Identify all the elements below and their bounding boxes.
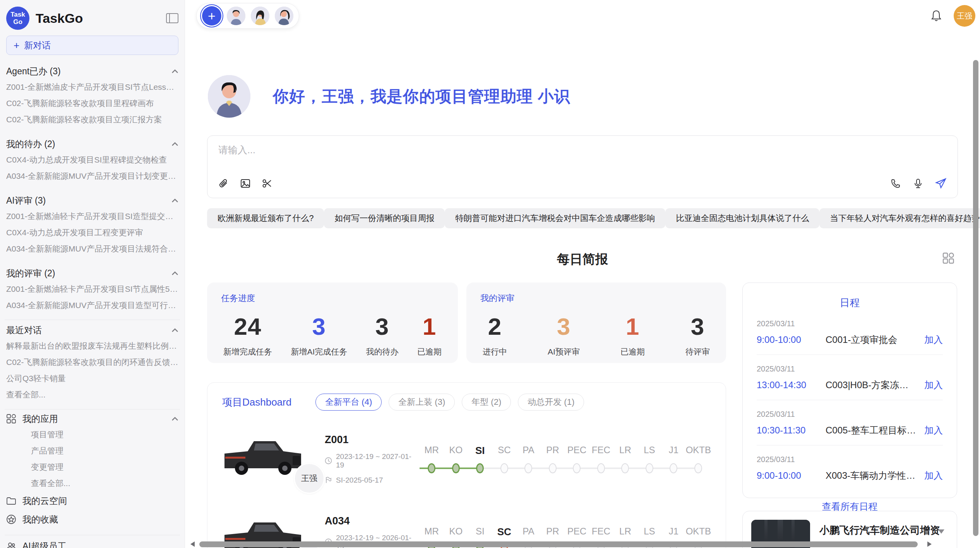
sidebar-item-ai-super-staff[interactable]: AI超级员工 bbox=[6, 537, 178, 548]
schedule-item: 2025/03/11 9:00-10:00 C001-立项审批会 加入 bbox=[757, 319, 943, 355]
schedule-date: 2025/03/11 bbox=[757, 455, 943, 464]
milestone-label: PA bbox=[516, 445, 541, 458]
join-link[interactable]: 加入 bbox=[924, 334, 943, 346]
milestone-dot-track bbox=[686, 462, 711, 475]
group-label: 我的应用 bbox=[22, 413, 58, 425]
filter-new-body[interactable]: 全新上装 (3) bbox=[389, 394, 455, 411]
project-car-image: 王强 bbox=[222, 435, 321, 483]
view-all-apps[interactable]: 查看全部... bbox=[6, 475, 178, 491]
app-item-change-mgmt[interactable]: 变更管理 bbox=[6, 459, 178, 475]
chat-input[interactable] bbox=[218, 144, 947, 156]
sidebar-item[interactable]: A034-全新新能源MUV产品开发项目造型可行性评审 bbox=[6, 297, 178, 313]
folder-icon bbox=[6, 496, 16, 506]
input-toolbar bbox=[218, 178, 947, 189]
stat-pending-review: 3 待评审 bbox=[685, 313, 710, 357]
suggestion-chip[interactable]: 特朗普可能对进口汽车增税会对中国车企造成哪些影响 bbox=[445, 208, 665, 228]
stat-label: 新增完成任务 bbox=[223, 346, 272, 357]
milestone-label: PR bbox=[541, 526, 565, 539]
logo-text-1: Task bbox=[10, 11, 25, 18]
group-recent-chats[interactable]: 最近对话 bbox=[6, 322, 178, 338]
view-all-chats[interactable]: 查看全部... bbox=[6, 387, 178, 403]
chevron-up-icon bbox=[171, 69, 178, 74]
group-my-todo[interactable]: 我的待办 (2) bbox=[6, 136, 178, 152]
suggestion-chip[interactable]: 如何写一份清晰的项目周报 bbox=[324, 208, 445, 228]
filter-powertrain[interactable]: 动总开发 (1) bbox=[518, 394, 584, 411]
stat-new-ai-done: 3 新增AI完成任务 bbox=[291, 313, 347, 357]
layout-grid-icon[interactable] bbox=[942, 252, 955, 265]
app-logo: Task Go bbox=[6, 7, 29, 30]
sidebar-item[interactable]: Z001-全新燃油皮卡产品开发项目SI节点Lesson Learn报告 bbox=[6, 79, 178, 95]
sidebar-item[interactable]: C02-飞腾新能源轻客改款项目立项汇报方案 bbox=[6, 111, 178, 128]
sidebar-item[interactable]: 公司Q3轻卡销量 bbox=[6, 370, 178, 387]
sidebar-collapse-icon[interactable] bbox=[166, 13, 178, 23]
suggestion-chip[interactable]: 当下年轻人对汽车外观有怎样的喜好趋势 bbox=[819, 208, 980, 228]
milestone-label: LR bbox=[613, 526, 637, 539]
project-code: Z001 bbox=[325, 434, 420, 446]
sidebar-item-favorites[interactable]: 我的收藏 bbox=[6, 510, 178, 529]
milestone-track: MRKOSISCPAPRPECFECLRLSJ1OKTB bbox=[420, 443, 711, 475]
project-code: A034 bbox=[325, 515, 420, 527]
milestone-dot bbox=[524, 463, 532, 473]
agent-avatar-1[interactable] bbox=[227, 7, 245, 25]
app-item-product-mgmt[interactable]: 产品管理 bbox=[6, 443, 178, 459]
app-item-project-mgmt[interactable]: 项目管理 bbox=[6, 426, 178, 443]
phone-icon[interactable] bbox=[890, 178, 901, 189]
schedule-time: 13:00-14:30 bbox=[757, 380, 826, 390]
topbar: + bbox=[196, 2, 975, 29]
clock-icon bbox=[325, 457, 332, 464]
logo-text-2: Go bbox=[13, 18, 22, 26]
stat-value: 3 bbox=[548, 313, 580, 340]
horizontal-scrollbar[interactable] bbox=[199, 541, 918, 547]
attachment-icon[interactable] bbox=[218, 178, 229, 189]
image-icon[interactable] bbox=[240, 178, 251, 189]
stat-label: 已逾期 bbox=[417, 346, 442, 357]
taskgo-app: Task Go TaskGo + 新对话 Agent已办 (3) Z001-全新… bbox=[0, 0, 980, 548]
schedule-time: 9:00-10:00 bbox=[757, 470, 826, 481]
sidebar-item[interactable]: Z001-全新燃油轻卡产品开发项目SI造型提交物评审 bbox=[6, 208, 178, 224]
schedule-title: 日程 bbox=[757, 296, 943, 310]
sidebar-item[interactable]: C02-飞腾新能源轻客改款项目的闭环通告反馈情况 bbox=[6, 354, 178, 370]
sidebar-item[interactable]: C0X4-动力总成开发项目SI里程碑提交物检查 bbox=[6, 152, 178, 168]
join-link[interactable]: 加入 bbox=[924, 469, 943, 482]
hscroll-right-arrow[interactable] bbox=[927, 541, 932, 547]
milestone-label: SI bbox=[468, 445, 492, 458]
sidebar-item[interactable]: A034-全新新能源MUV产品开发项目计划变更表编写 bbox=[6, 168, 178, 184]
daily-briefing-header: 每日简报 bbox=[207, 251, 958, 268]
group-my-apps[interactable]: 我的应用 bbox=[6, 411, 178, 426]
agent-avatar-3[interactable] bbox=[275, 7, 293, 25]
new-chat-button[interactable]: + 新对话 bbox=[6, 36, 178, 55]
group-agent-done[interactable]: Agent已办 (3) bbox=[6, 63, 178, 79]
sidebar-item[interactable]: A034-全新新能源MUV产品开发项目法规符合性评审 bbox=[6, 241, 178, 257]
notification-bell-icon[interactable] bbox=[930, 10, 942, 22]
stat-ai-prereview: 3 AI预评审 bbox=[548, 313, 580, 357]
milestone-label: MR bbox=[420, 526, 444, 539]
user-avatar[interactable]: 王强 bbox=[954, 5, 975, 27]
join-link[interactable]: 加入 bbox=[924, 379, 943, 391]
group-my-review[interactable]: 我的评审 (2) bbox=[6, 265, 178, 281]
vscroll-down-arrow[interactable] bbox=[938, 529, 944, 534]
milestone-dot-track bbox=[565, 462, 589, 475]
sidebar-item[interactable]: 解释最新出台的欧盟报废车法规再生塑料比例被调至15%... bbox=[6, 338, 178, 354]
sidebar-item[interactable]: Z001-全新燃油轻卡产品开发项目SI节点属性5D文件评审 bbox=[6, 281, 178, 297]
project-row[interactable]: 王强 Z001 2023-12-19 ~ 2027-01-19 bbox=[222, 426, 711, 492]
join-link[interactable]: 加入 bbox=[924, 424, 943, 437]
agent-avatar-2[interactable] bbox=[251, 7, 269, 25]
vertical-scrollbar[interactable] bbox=[973, 60, 978, 536]
microphone-icon[interactable] bbox=[913, 178, 923, 189]
suggestion-chip[interactable]: 欧洲新规最近颁布了什么? bbox=[207, 208, 324, 228]
send-icon[interactable] bbox=[935, 178, 947, 189]
group-ai-review[interactable]: AI评审 (3) bbox=[6, 193, 178, 208]
milestone-dot bbox=[621, 463, 629, 473]
milestone-node: J1 bbox=[661, 445, 686, 475]
filter-new-platform[interactable]: 全新平台 (4) bbox=[315, 394, 382, 411]
milestone-label: J1 bbox=[661, 445, 686, 458]
suggestion-chip[interactable]: 比亚迪全固态电池计划具体说了什么 bbox=[665, 208, 819, 228]
sidebar-item[interactable]: C0X4-动力总成开发项目工程变更评审 bbox=[6, 224, 178, 241]
milestone-node: PEC bbox=[565, 445, 589, 475]
add-agent-button[interactable]: + bbox=[202, 6, 221, 26]
hscroll-left-arrow[interactable] bbox=[190, 541, 195, 547]
scissors-icon[interactable] bbox=[262, 178, 272, 189]
filter-model-year[interactable]: 年型 (2) bbox=[462, 394, 511, 411]
sidebar-item-cloud-space[interactable]: 我的云空间 bbox=[6, 491, 178, 510]
sidebar-item[interactable]: C02-飞腾新能源轻客改款项目里程碑画布 bbox=[6, 95, 178, 111]
